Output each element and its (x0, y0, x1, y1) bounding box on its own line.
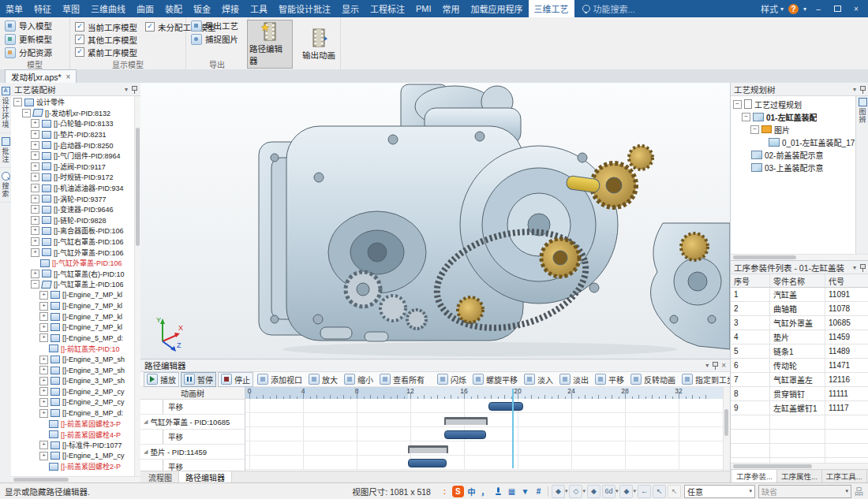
pin-icon[interactable] (712, 361, 718, 370)
pin-icon[interactable] (859, 85, 866, 94)
viewport-3d[interactable]: Y X Z (140, 83, 730, 359)
expander-icon[interactable]: + (31, 184, 39, 192)
timeline-playhead[interactable] (512, 389, 514, 468)
animation-step-row[interactable]: 平移 (140, 430, 245, 445)
expander-icon[interactable]: + (31, 162, 39, 171)
update-model-button[interactable]: 更新模型 (5, 33, 52, 45)
tree-item[interactable]: +[]-标准件-PID:1077 (11, 440, 140, 451)
menu-tab[interactable]: 三维工艺 (529, 0, 574, 17)
expander-icon[interactable]: − (733, 100, 742, 109)
expander-icon[interactable]: + (39, 377, 48, 385)
style-menu[interactable]: 样式 ▾ (761, 2, 784, 15)
ime-handle-icon[interactable]: : (439, 486, 451, 497)
stop-button[interactable]: 停止 (218, 372, 253, 387)
expander-icon[interactable]: + (31, 119, 39, 128)
menu-tab[interactable]: 曲面 (131, 0, 159, 17)
pin-icon[interactable] (859, 263, 866, 272)
expander-icon[interactable]: + (31, 216, 39, 225)
tree-item[interactable]: −设计零件 (11, 97, 140, 108)
table-row[interactable] (731, 430, 868, 444)
animation-group-span[interactable] (444, 417, 488, 425)
tree-item[interactable]: +[]-Engine_3_MP_sh (11, 365, 140, 376)
collapsed-panel-tab[interactable]: 图辨 (858, 108, 868, 124)
display-style-cube-icon[interactable]: ◆ (552, 485, 565, 498)
tree-item[interactable]: −图片 (731, 123, 855, 136)
expander-icon[interactable]: + (39, 323, 48, 332)
capture-image-button[interactable]: 捕捉图片 (191, 33, 238, 45)
close-button[interactable]: × (849, 5, 863, 13)
section-view-icon[interactable]: ◆ (587, 485, 600, 498)
pan-button[interactable]: 平移 (593, 373, 627, 386)
tree-item[interactable]: +[]-变速器-PID:9646 (11, 204, 140, 215)
expander-icon[interactable]: + (39, 387, 48, 396)
menu-tab[interactable]: 工程标注 (365, 0, 410, 17)
menu-tab[interactable]: 显示 (336, 0, 365, 17)
render-mode-cube-icon-caret[interactable]: ▾ (633, 488, 636, 494)
select-cursor-icon[interactable]: ↖ (653, 485, 666, 498)
menu-tab[interactable]: 钣金 (188, 0, 216, 17)
chevron-down-icon[interactable]: ▾ (853, 86, 856, 93)
expander-icon[interactable]: + (31, 226, 39, 235)
path-editor-button[interactable]: 路径编辑器 (247, 20, 293, 69)
minimize-button[interactable]: – (811, 5, 825, 13)
path-editor-tab[interactable]: 流程图 (142, 471, 179, 482)
table-row[interactable]: 1汽缸盖11091 (731, 288, 868, 302)
animation-bar[interactable] (488, 402, 524, 411)
tree-item[interactable]: []-气缸外罩盖-PID:106 (11, 258, 140, 269)
tree-item[interactable]: +[]-Engine_2_MP_cy (11, 386, 140, 397)
tree-item[interactable]: +[]-Engine_8_MP_d: (11, 408, 140, 419)
chevron-down-icon[interactable]: ▾ (853, 264, 856, 271)
tree-item[interactable]: +[]-凸轮轴-PID:8133 (11, 118, 140, 129)
parts-panel-tab[interactable]: 工序属性... (777, 470, 822, 482)
sogou-input-logo[interactable]: S (452, 486, 464, 497)
expander-icon[interactable]: + (39, 312, 48, 321)
chevron-down-icon[interactable]: ▾ (125, 86, 128, 93)
collapse-triangle-icon[interactable]: ◢ (144, 419, 148, 425)
expander-icon[interactable]: + (39, 291, 48, 300)
rail-tab-design-env[interactable]: A设计环境 (0, 83, 11, 133)
tree-item[interactable]: 03-上盖装配示意 (731, 161, 855, 173)
menu-tab[interactable]: 工具 (245, 0, 273, 17)
panel-close-icon[interactable]: × (721, 361, 726, 370)
expander-icon[interactable]: + (31, 237, 39, 246)
expander-icon[interactable]: + (31, 151, 39, 160)
pick-cursor-icon[interactable]: ↖ (668, 485, 681, 498)
tree-item[interactable]: +[]-Engine_7_MP_kl (11, 290, 140, 301)
view-all-button[interactable]: 查看所有 (377, 373, 427, 386)
table-row[interactable]: 7气缸罩盖左12116 (731, 373, 868, 387)
tree-item[interactable]: +[]-气缸外罩盖-PID:106 (11, 247, 140, 258)
view-undo-icon[interactable]: ← (638, 485, 651, 498)
expander-icon[interactable]: + (31, 173, 39, 181)
export-process-button[interactable]: 导出工艺 (191, 20, 238, 32)
animation-group-row[interactable]: ◢垫片 - PID:11459 (140, 445, 245, 460)
parts-panel-tab[interactable]: 工序参装... (732, 470, 777, 482)
expander-icon[interactable]: + (31, 130, 39, 139)
help-button[interactable]: ? (788, 4, 799, 14)
expander-icon[interactable]: + (39, 302, 48, 311)
document-tab[interactable]: 发动机xr.aps* × (5, 69, 77, 83)
flash-button[interactable]: 闪烁 (435, 373, 469, 386)
voice-input-icon[interactable] (492, 486, 504, 497)
tree-item[interactable]: +[]-机油滤油器-PID:934 (11, 183, 140, 194)
tree-item[interactable]: −[]-发动机xr-PID:8132 (11, 108, 140, 119)
menu-tab[interactable]: 加载应用程序 (466, 0, 529, 17)
expander-icon[interactable]: + (39, 452, 48, 460)
table-row[interactable]: 9左缸盖螺钉111117 (731, 401, 868, 415)
menu-tab[interactable]: 菜单 (0, 0, 28, 17)
play-button[interactable]: 播放 (144, 372, 179, 387)
parts-panel-tab[interactable]: 工序工具... (822, 470, 867, 482)
timeline-ruler[interactable]: 048121620242832 (245, 387, 730, 400)
default-config-combo[interactable]: 缺省▾ (758, 485, 851, 498)
render-mode-cube-icon[interactable]: ◆ (619, 485, 633, 498)
table-row[interactable]: 2曲轴箱11078 (731, 302, 868, 316)
tree-item[interactable]: +[]-离合器面板-PID:106 (11, 225, 140, 236)
expander-icon[interactable]: + (39, 356, 48, 364)
tree-item[interactable]: +[]-垫片-PID:8231 (11, 129, 140, 140)
tree-item[interactable]: 0_01-左缸盖装配_17.93 (731, 136, 855, 148)
menu-tab[interactable]: PMI (410, 0, 437, 17)
display-model-checkbox[interactable]: ✓紧前工序模型 (75, 47, 137, 58)
import-model-button[interactable]: 导入模型 (5, 20, 52, 32)
tree-item[interactable]: +[]-滤阀-PID:9117 (11, 162, 140, 173)
tree-item[interactable]: []-前盖紧固螺栓3-P (11, 419, 140, 430)
expander-icon[interactable]: − (22, 109, 31, 117)
